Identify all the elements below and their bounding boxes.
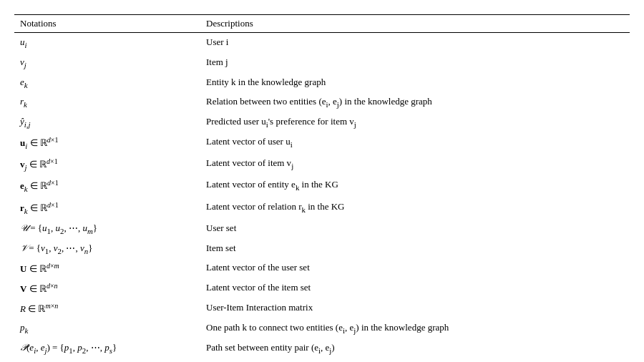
table-row: uiUser i bbox=[14, 33, 630, 53]
table-row: pkOne path k to connect two entities (ei… bbox=[14, 318, 630, 338]
cell-notation: 𝒫(ei, ej) = {p1, p2, ⋯, ps} bbox=[14, 338, 200, 358]
table-row: ekEntity k in the knowledge graph bbox=[14, 73, 630, 93]
header-description: Descriptions bbox=[200, 15, 630, 33]
header-notation: Notations bbox=[14, 15, 200, 33]
cell-description: Latent vector of relation rk in the KG bbox=[200, 197, 630, 219]
cell-notation: V ∈ ℝd×n bbox=[14, 278, 200, 298]
cell-description: Nonlinear Transformation bbox=[200, 358, 630, 362]
cell-description: Path set between entity pair (ei, ej) bbox=[200, 338, 630, 358]
cell-notation: ui bbox=[14, 33, 200, 53]
notation-table: Notations Descriptions uiUser ivjItem je… bbox=[14, 14, 630, 362]
table-row: rk ∈ ℝd×1Latent vector of relation rk in… bbox=[14, 197, 630, 219]
cell-description: Latent vector of the user set bbox=[200, 258, 630, 278]
table-row: 𝒰 = {u1, u2, ⋯, um}User set bbox=[14, 219, 630, 239]
cell-description: Item set bbox=[200, 239, 630, 259]
table-row: vjItem j bbox=[14, 53, 630, 73]
cell-notation: rk bbox=[14, 92, 200, 112]
table-row: vj ∈ ℝd×1Latent vector of item vj bbox=[14, 154, 630, 175]
table-row: U ∈ ℝd×mLatent vector of the user set bbox=[14, 258, 630, 278]
cell-description: User set bbox=[200, 219, 630, 239]
cell-description: Entity k in the knowledge graph bbox=[200, 73, 630, 93]
cell-description: Latent vector of the item set bbox=[200, 278, 630, 298]
table-row: ŷi,jPredicted user ui's preference for i… bbox=[14, 112, 630, 132]
cell-notation: U ∈ ℝd×m bbox=[14, 258, 200, 278]
cell-description: Latent vector of user ui bbox=[200, 132, 630, 154]
cell-notation: pk bbox=[14, 318, 200, 338]
cell-notation: rk ∈ ℝd×1 bbox=[14, 197, 200, 219]
cell-description: User-Item Interaction matrix bbox=[200, 298, 630, 318]
table-row: 𝒱 = {v1, v2, ⋯, vn}Item set bbox=[14, 239, 630, 259]
table-row: V ∈ ℝd×nLatent vector of the item set bbox=[14, 278, 630, 298]
cell-notation: vj ∈ ℝd×1 bbox=[14, 154, 200, 175]
cell-notation: Φ bbox=[14, 358, 200, 362]
table-row: 𝒫(ei, ej) = {p1, p2, ⋯, ps}Path set betw… bbox=[14, 338, 630, 358]
cell-notation: 𝒰 = {u1, u2, ⋯, um} bbox=[14, 219, 200, 239]
cell-notation: vj bbox=[14, 53, 200, 73]
cell-description: Item j bbox=[200, 53, 630, 73]
table-row: R ∈ ℝm×nUser-Item Interaction matrix bbox=[14, 298, 630, 318]
table-row: ΦNonlinear Transformation bbox=[14, 358, 630, 362]
cell-description: One path k to connect two entities (ei, … bbox=[200, 318, 630, 338]
cell-description: Predicted user ui's preference for item … bbox=[200, 112, 630, 132]
cell-notation: ŷi,j bbox=[14, 112, 200, 132]
cell-notation: 𝒱 = {v1, v2, ⋯, vn} bbox=[14, 239, 200, 259]
cell-description: Latent vector of item vj bbox=[200, 154, 630, 175]
table-row: rkRelation between two entities (ei, ej)… bbox=[14, 92, 630, 112]
table-row: ui ∈ ℝd×1Latent vector of user ui bbox=[14, 132, 630, 154]
cell-notation: ek ∈ ℝd×1 bbox=[14, 175, 200, 197]
cell-notation: ui ∈ ℝd×1 bbox=[14, 132, 200, 154]
table-row: ek ∈ ℝd×1Latent vector of entity ek in t… bbox=[14, 175, 630, 197]
table-container: Notations Descriptions uiUser ivjItem je… bbox=[14, 14, 630, 362]
cell-notation: ek bbox=[14, 73, 200, 93]
cell-description: Relation between two entities (ei, ej) i… bbox=[200, 92, 630, 112]
cell-description: User i bbox=[200, 33, 630, 53]
cell-description: Latent vector of entity ek in the KG bbox=[200, 175, 630, 197]
cell-notation: R ∈ ℝm×n bbox=[14, 298, 200, 318]
